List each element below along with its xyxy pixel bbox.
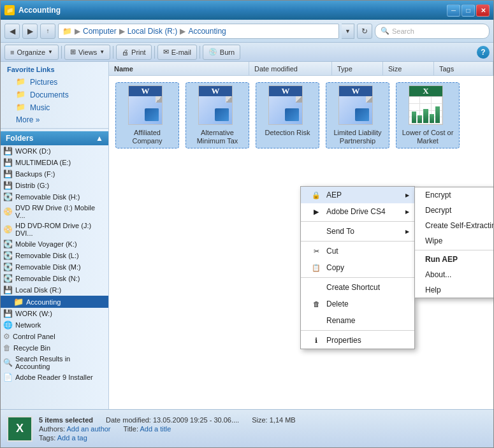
folders-header[interactable]: Folders ▲ (1, 131, 108, 145)
aep-submenu-run[interactable]: Run AEP (415, 252, 493, 267)
col-header-date[interactable]: Date modified (249, 62, 332, 75)
col-header-size[interactable]: Size (383, 62, 434, 75)
context-menu: 🔒 AEP Encrypt Decrypt Create Self-Extrac… (300, 186, 415, 349)
folder-item-control-panel[interactable]: ⚙ Control Panel (1, 331, 108, 342)
sidebar-item-documents[interactable]: 📁 Documents (1, 89, 108, 101)
burn-button[interactable]: 💿 Burn (203, 45, 240, 60)
email-icon: ✉ (163, 48, 169, 56)
file-item-llp[interactable]: W Limited Liability Partnership (326, 82, 389, 148)
sidebar-item-pictures[interactable]: 📁 Pictures (1, 76, 108, 89)
folder-item-adobe[interactable]: 📄 Adobe Reader 9 Installer (1, 372, 108, 383)
folder-item-network[interactable]: 🌐 Network (1, 319, 108, 331)
file-item-affiliated[interactable]: W Affiliated Company (115, 82, 179, 148)
address-dropdown[interactable]: ▼ (342, 24, 354, 39)
context-item-sendto[interactable]: Send To (301, 223, 414, 240)
context-item-delete[interactable]: 🗑 Delete (301, 296, 414, 312)
up-button[interactable]: ↑ (40, 24, 55, 39)
aep-submenu-wipe[interactable]: Wipe (415, 233, 493, 249)
context-item-create-shortcut[interactable]: Create Shortcut (301, 279, 414, 296)
folder-item-hddvd-j[interactable]: 📀 HD DVD-ROM Drive (J:) DVI... (1, 220, 108, 238)
context-item-properties[interactable]: ℹ Properties (301, 332, 414, 349)
context-item-adobe[interactable]: ▶ Adobe Drive CS4 (301, 203, 414, 220)
context-item-copy[interactable]: 📋 Copy (301, 259, 414, 276)
folder-item-removable-l[interactable]: 💽 Removable Disk (L:) (1, 250, 108, 261)
forward-button[interactable]: ▶ (22, 24, 38, 39)
copy-icon: 📋 (311, 263, 321, 273)
title-label: Title: (124, 425, 138, 433)
date-modified-value: 13.05.2009 19:25 - 30.06.... (153, 416, 239, 424)
context-item-rename[interactable]: Rename (301, 312, 414, 329)
file-name-amt: Alternative Minimum Tax (189, 129, 246, 145)
sidebar-more[interactable]: More » (1, 114, 108, 126)
title-bar-left: 📁 Accounting (4, 5, 61, 15)
title-value[interactable]: Add a title (140, 425, 171, 433)
aep-submenu-help[interactable]: Help (415, 282, 493, 298)
refresh-button[interactable]: ↻ (357, 24, 372, 39)
tags-label: Tags: (39, 434, 55, 442)
tags-value[interactable]: Add a tag (57, 434, 87, 442)
folder-item-search-results[interactable]: 🔍 Search Results in Accounting (1, 354, 108, 372)
dvd-icon: 📀 (3, 207, 13, 216)
help-button[interactable]: ? (477, 46, 490, 59)
content-area: Name Date modified Type Size Tags W (109, 62, 493, 409)
aep-submenu-decrypt[interactable]: Decrypt (415, 203, 493, 218)
print-button[interactable]: 🖨 Print (116, 45, 152, 60)
pictures-icon: 📁 (16, 77, 26, 87)
breadcrumb-folder[interactable]: Accounting (188, 27, 226, 36)
folder-item-work-w[interactable]: 💾 WORK (W:) (1, 308, 108, 319)
col-header-type[interactable]: Type (332, 62, 383, 75)
file-item-amt[interactable]: W Alternative Minimum Tax (185, 82, 249, 148)
word-icon-amt: W (198, 85, 236, 126)
email-button[interactable]: ✉ E-mail (157, 45, 197, 60)
views-button[interactable]: ⊞ Views ▼ (64, 45, 110, 60)
folder-item-work-d[interactable]: 💾 WORK (D:) (1, 145, 108, 157)
size-label: Size: (252, 416, 267, 424)
sidebar: Favorite Links 📁 Pictures 📁 Documents 📁 … (1, 62, 109, 409)
folder-item-multimedia[interactable]: 💾 MULTIMEDIA (E:) (1, 157, 108, 168)
folder-item-voyager[interactable]: 💽 Mobile Voyager (K:) (1, 238, 108, 250)
aep-submenu-encrypt[interactable]: Encrypt (415, 187, 493, 203)
status-info: 5 items selected Date modified: 13.05.20… (39, 416, 296, 442)
search-bar[interactable]: 🔍 Search (375, 24, 490, 39)
breadcrumb-computer[interactable]: Computer (83, 27, 117, 36)
sidebar-item-music[interactable]: 📁 Music (1, 101, 108, 114)
context-item-cut[interactable]: ✂ Cut (301, 243, 414, 259)
delete-icon: 🗑 (311, 299, 321, 309)
adobe-icon: 📄 (3, 373, 13, 382)
col-header-tags[interactable]: Tags (434, 62, 493, 75)
minimize-button[interactable]: ─ (447, 4, 460, 17)
organize-arrow: ▼ (48, 49, 53, 55)
folder-item-removable-n[interactable]: 💽 Removable Disk (N:) (1, 273, 108, 284)
file-item-lower[interactable]: X (396, 82, 460, 148)
local-disk-icon: 💾 (3, 285, 13, 294)
back-button[interactable]: ◀ (4, 24, 20, 39)
context-item-aep[interactable]: 🔒 AEP Encrypt Decrypt Create Self-Extrac… (301, 187, 414, 203)
items-selected-text: 5 items selected (39, 416, 93, 424)
folder-item-accounting[interactable]: 📁 Accounting (1, 296, 108, 308)
context-sep-1 (301, 221, 414, 222)
status-row-2: Authors: Add an author Title: Add a titl… (39, 425, 296, 433)
context-sep-2 (301, 241, 414, 242)
aep-submenu-about[interactable]: About... (415, 267, 493, 282)
folder-item-local-r[interactable]: 💾 Local Disk (R:) (1, 284, 108, 296)
maximize-button[interactable]: □ (461, 4, 475, 17)
folder-item-recycle-bin[interactable]: 🗑 Recycle Bin (1, 342, 108, 354)
close-button[interactable]: ✕ (476, 4, 490, 17)
col-header-name[interactable]: Name (109, 62, 249, 75)
folder-item-dvd-i[interactable]: 📀 DVD RW Drive (I:) Mobile V... (1, 203, 108, 220)
network-icon: 🌐 (3, 321, 13, 329)
folder-item-backups[interactable]: 💾 Backups (F:) (1, 168, 108, 180)
removable-icon-m: 💽 (3, 263, 13, 271)
organize-button[interactable]: ≡ Organize ▼ (4, 45, 59, 60)
toolbar-separator-4 (200, 46, 200, 59)
documents-icon: 📁 (16, 90, 26, 100)
folder-item-distrib[interactable]: 💾 Distrib (G:) (1, 180, 108, 191)
sendto-icon (311, 226, 321, 236)
folder-item-removable-m[interactable]: 💽 Removable Disk (M:) (1, 261, 108, 273)
folder-item-removable-h[interactable]: 💽 Removable Disk (H:) (1, 191, 108, 203)
breadcrumb-drive[interactable]: Local Disk (R:) (127, 27, 178, 36)
file-name-affiliated: Affiliated Company (119, 129, 176, 145)
file-item-detection[interactable]: W Detection Risk (256, 82, 319, 148)
authors-value[interactable]: Add an author (66, 425, 110, 433)
aep-submenu-self-extract[interactable]: Create Self-Extracting file... (415, 218, 493, 233)
